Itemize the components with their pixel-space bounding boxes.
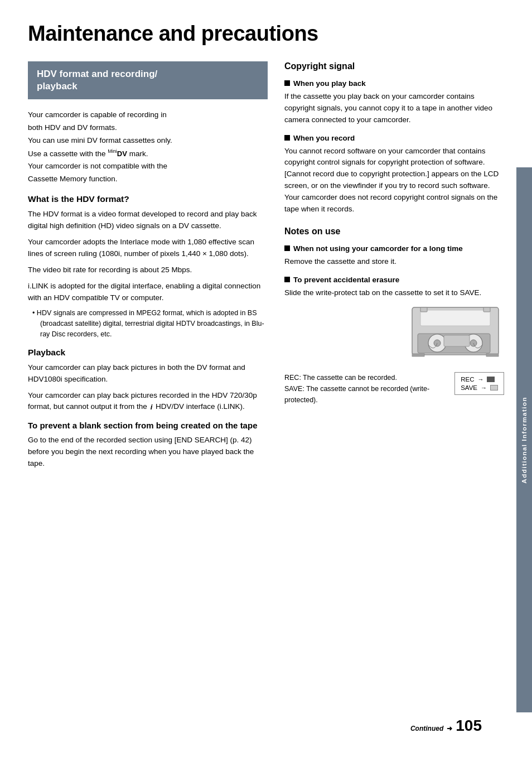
what-is-hdv-heading: What is the HDV format? [28,194,268,204]
continued-arrow-icon: ➜ [447,725,452,732]
hdv-bullet: HDV signals are compressed in MPEG2 form… [32,308,268,339]
svg-rect-8 [420,307,427,312]
rec-text: REC [461,376,474,383]
rec-arrow-icon: → [477,376,483,383]
hdv-para3: The video bit rate for recording is abou… [28,264,268,276]
intro-line3: You can use mini DV format cassettes onl… [28,135,268,147]
rec-save-indicator: REC → SAVE → [454,372,504,395]
save-arrow-icon: → [481,384,487,391]
copyright-section: Copyright signal When you play back If t… [284,61,504,215]
square-icon-erasure [284,277,290,282]
rec-row: REC → [461,376,498,383]
accidental-erasure-body: Slide the write-protect tab on the casse… [284,287,504,299]
what-is-hdv-section: What is the HDV format? The HDV format i… [28,194,268,340]
hdv-para2: Your camcorder adopts the Interlace mode… [28,237,268,260]
cassette-diagram-area: REC: The cassette can be recorded. SAVE:… [284,305,504,406]
svg-rect-11 [486,354,499,356]
when-record-subheading: When you record [284,134,504,142]
intro-line2: both HDV and DV formats. [28,122,268,134]
rec-block [487,377,495,382]
square-icon-record [284,135,290,141]
notes-on-use-section: Notes on use When not using your camcord… [284,226,504,406]
long-time-body: Remove the cassette and store it. [284,256,504,268]
prevent-blank-section: To prevent a blank section from being cr… [28,421,268,470]
cassette-text-labels: REC: The cassette can be recorded. SAVE:… [284,372,448,406]
page-number: 105 [456,717,482,735]
prevent-blank-body: Go to the end of the recorded section us… [28,435,268,470]
intro-line5: Your camcorder is not compatible with th… [28,161,268,172]
intro-line6: Cassette Memory function. [28,173,268,185]
cassette-top-diagram [409,305,504,366]
playback-para1: Your camcorder can play back pictures in… [28,362,268,385]
hdv-para4: i.LINK is adopted for the digital interf… [28,281,268,304]
right-column: Copyright signal When you play back If t… [284,61,504,474]
playback-para2: Your camcorder can play back pictures re… [28,390,268,413]
svg-rect-7 [420,310,490,326]
intro-line1: Your camcorder is capable of recording i… [28,109,268,121]
square-icon-longtime [284,245,290,251]
record-body: You cannot record software on your camco… [284,146,504,216]
save-label: SAVE: The cassette cannot be recorded (w… [284,383,448,406]
dv-symbol: DV [117,149,127,157]
long-time-subheading: When not using your camcorder for a long… [284,244,504,253]
svg-rect-6 [444,335,470,346]
intro-line4: Use a cassette with the MiniDV mark. [28,148,268,160]
playback-heading: Playback [28,348,268,358]
dv-mark-sup: Mini [108,148,117,154]
copyright-heading: Copyright signal [284,61,504,71]
sidebar-label: Additional Information [521,397,528,484]
save-row: SAVE → [461,384,498,391]
left-column: HDV format and recording/ playback Your … [28,61,268,474]
page-title: Maintenance and precautions [28,22,504,46]
playback-section: Playback Your camcorder can play back pi… [28,348,268,413]
square-icon-playback [284,80,290,86]
save-block [490,385,498,390]
prevent-blank-heading: To prevent a blank section from being cr… [28,421,268,430]
play-back-body: If the cassette you play back on your ca… [284,91,504,126]
page-footer: Continued ➜ 105 [410,717,482,735]
continued-text: Continued [410,725,443,732]
hdv-dv-icon: i [151,402,153,413]
when-play-back-subheading: When you play back [284,79,504,88]
additional-info-sidebar: Additional Information [516,167,532,712]
save-text: SAVE [461,384,477,391]
hdv-format-box: HDV format and recording/ playback [28,61,268,99]
svg-rect-10 [412,354,424,356]
accidental-erasure-subheading: To prevent accidental erasure [284,276,504,284]
rec-label: REC: The cassette can be recorded. [284,372,448,383]
hdv-box-line1: HDV format and recording/ [37,69,157,79]
hdv-para1: The HDV format is a video format develop… [28,209,268,232]
hdv-box-line2: playback [37,81,78,91]
intro-text: Your camcorder is capable of recording i… [28,109,268,185]
svg-rect-9 [483,307,490,312]
notes-heading: Notes on use [284,226,504,237]
